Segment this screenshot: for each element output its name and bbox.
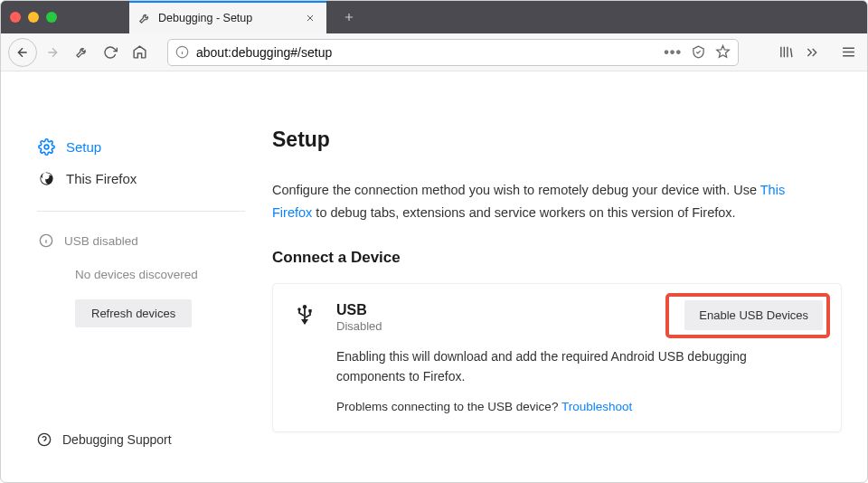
close-tab-button[interactable] [303,11,317,25]
no-devices-text: No devices discovered [37,253,245,299]
bookmark-button[interactable] [715,44,731,60]
back-button[interactable] [8,38,37,67]
overflow-menu-button[interactable] [801,42,823,63]
forward-button[interactable] [39,39,66,66]
maximize-window-button[interactable] [46,12,57,23]
page-title: Setup [272,128,842,152]
info-icon[interactable] [175,45,189,59]
firefox-icon [37,170,55,187]
svg-point-4 [38,433,50,445]
urlbar-actions: ••• [664,44,731,61]
sidebar-item-this-firefox[interactable]: This Firefox [37,163,245,194]
enable-usb-devices-button[interactable]: Enable USB Devices [684,300,823,330]
sidebar-setup-label: Setup [66,139,101,155]
support-label: Debugging Support [62,432,172,447]
library-button[interactable] [775,41,797,63]
window-titlebar: Debugging - Setup [1,1,867,33]
sidebar-item-setup[interactable]: Setup [37,131,245,163]
reader-mode-button[interactable] [691,44,706,60]
usb-help-text: Enabling this will download and add the … [336,347,770,386]
gear-icon [37,138,55,156]
info-icon [37,233,55,248]
svg-point-1 [44,145,49,149]
new-tab-button[interactable] [335,7,363,27]
svg-rect-8 [308,309,311,312]
browser-tab[interactable]: Debugging - Setup [129,1,326,33]
svg-point-5 [303,305,307,308]
page-content: Setup This Firefox USB disabled No devic… [1,71,867,482]
troubleshoot-link[interactable]: Troubleshoot [561,400,632,413]
hamburger-menu-button[interactable] [837,41,860,63]
url-text: about:debugging#/setup [196,45,656,60]
sidebar-usb-status: USB disabled [37,228,245,253]
window-controls [10,12,57,23]
help-icon [37,432,52,447]
browser-toolbar: about:debugging#/setup ••• [1,33,867,71]
minimize-window-button[interactable] [28,12,39,23]
wrench-icon [138,12,151,24]
url-bar[interactable]: about:debugging#/setup ••• [167,39,739,66]
svg-point-7 [297,308,301,311]
reload-button[interactable] [97,39,124,66]
usb-problems-row: Problems connecting to the USB device? T… [336,400,821,413]
home-button[interactable] [126,39,153,66]
page-actions-button[interactable]: ••• [664,44,682,61]
sidebar-footer-support[interactable]: Debugging Support [37,432,172,447]
close-window-button[interactable] [10,12,21,23]
devtools-button[interactable] [68,39,95,66]
connect-device-heading: Connect a Device [272,249,842,267]
sidebar-divider [37,211,245,212]
sidebar: Setup This Firefox USB disabled No devic… [1,71,272,482]
usb-card: USB Disabled Enabling this will download… [272,283,842,431]
tab-title: Debugging - Setup [158,12,303,24]
usb-icon [293,302,316,412]
page-description: Configure the connection method you wish… [272,179,815,223]
main-content: Setup Configure the connection method yo… [272,71,867,482]
usb-status-text: USB disabled [64,234,138,248]
sidebar-this-firefox-label: This Firefox [66,171,137,186]
refresh-devices-button[interactable]: Refresh devices [75,299,192,327]
